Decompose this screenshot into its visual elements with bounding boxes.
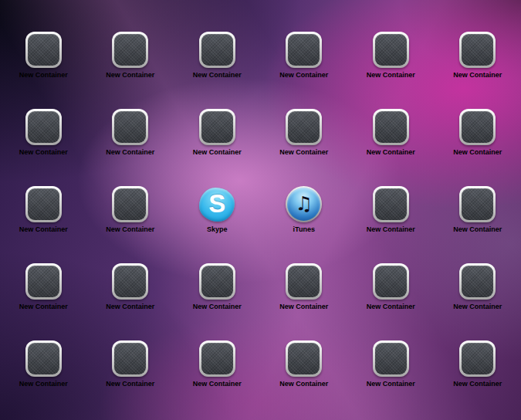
app-cell-new-container[interactable]: New Container: [106, 104, 154, 181]
app-cell-new-container[interactable]: New Container: [19, 259, 68, 336]
container-icon[interactable]: [459, 109, 496, 145]
app-cell-new-container[interactable]: New Container: [19, 104, 68, 181]
container-icon[interactable]: [112, 340, 148, 377]
container-icon[interactable]: [459, 32, 496, 68]
app-cell-new-container[interactable]: New Container: [367, 336, 415, 413]
app-cell-new-container[interactable]: New Container: [106, 259, 154, 336]
app-cell-skype[interactable]: S Skype: [199, 181, 235, 259]
app-cell-new-container[interactable]: New Container: [367, 104, 415, 181]
itunes-icon[interactable]: ♫: [286, 186, 322, 222]
container-tile-rim: [25, 32, 62, 68]
app-cell-new-container[interactable]: New Container: [106, 336, 154, 413]
app-cell-new-container[interactable]: New Container: [19, 27, 68, 104]
container-icon[interactable]: [112, 186, 148, 222]
container-tile-rim: [373, 186, 409, 222]
container-icon[interactable]: [373, 263, 409, 300]
app-label: New Container: [19, 303, 68, 311]
container-icon[interactable]: [459, 186, 496, 222]
container-icon[interactable]: [373, 109, 409, 145]
app-label: New Container: [279, 71, 328, 80]
container-icon[interactable]: [199, 340, 235, 377]
container-tile-texture: [288, 266, 320, 297]
container-icon[interactable]: [459, 340, 496, 377]
app-cell-new-container[interactable]: New Container: [279, 104, 328, 181]
container-tile-rim: [112, 340, 148, 377]
container-icon[interactable]: [25, 32, 62, 68]
app-cell-new-container[interactable]: New Container: [19, 336, 68, 413]
container-tile-texture: [288, 343, 320, 374]
app-label: New Container: [453, 148, 502, 157]
app-label: New Container: [19, 380, 68, 388]
container-tile-texture: [28, 111, 59, 143]
container-tile-rim: [112, 263, 148, 300]
app-label: New Container: [106, 303, 154, 311]
container-tile-rim: [112, 109, 148, 145]
container-icon[interactable]: [199, 109, 235, 145]
app-cell-new-container[interactable]: New Container: [19, 181, 68, 259]
app-cell-new-container[interactable]: New Container: [193, 27, 242, 104]
container-icon[interactable]: [286, 340, 322, 377]
app-cell-itunes[interactable]: ♫ iTunes: [286, 181, 322, 259]
app-cell-new-container[interactable]: New Container: [279, 27, 328, 104]
app-cell-new-container[interactable]: New Container: [279, 259, 328, 336]
app-label: iTunes: [293, 225, 315, 234]
app-cell-new-container[interactable]: New Container: [193, 104, 242, 181]
container-icon[interactable]: [112, 109, 148, 145]
desktop-wallpaper: New Container New Container New Containe…: [0, 0, 521, 420]
container-icon[interactable]: [459, 263, 496, 300]
container-icon[interactable]: [373, 340, 409, 377]
container-tile-texture: [375, 343, 407, 374]
container-icon[interactable]: [373, 32, 409, 68]
container-tile-rim: [199, 263, 235, 300]
container-tile-rim: [459, 109, 496, 145]
app-label: New Container: [279, 380, 328, 388]
app-cell-new-container[interactable]: New Container: [106, 181, 154, 259]
app-label: New Container: [367, 303, 415, 311]
container-tile-texture: [114, 188, 146, 220]
app-label: New Container: [453, 380, 502, 388]
app-cell-new-container[interactable]: New Container: [453, 104, 502, 181]
app-label: New Container: [453, 71, 502, 80]
container-tile-texture: [114, 266, 146, 297]
container-icon[interactable]: [112, 263, 148, 300]
app-cell-new-container[interactable]: New Container: [367, 181, 415, 259]
skype-icon[interactable]: S: [199, 186, 235, 222]
app-cell-new-container[interactable]: New Container: [279, 336, 328, 413]
container-icon[interactable]: [199, 263, 235, 300]
container-tile-rim: [199, 340, 235, 377]
app-cell-new-container[interactable]: New Container: [106, 27, 154, 104]
app-cell-new-container[interactable]: New Container: [453, 336, 502, 413]
container-icon[interactable]: [25, 109, 62, 145]
container-icon[interactable]: [286, 263, 322, 300]
app-label: New Container: [367, 148, 415, 157]
container-tile-texture: [201, 266, 233, 297]
container-icon[interactable]: [286, 109, 322, 145]
app-cell-new-container[interactable]: New Container: [453, 27, 502, 104]
container-tile-rim: [112, 186, 148, 222]
container-tile-texture: [201, 343, 233, 374]
app-label: New Container: [19, 71, 68, 80]
container-tile-rim: [373, 109, 409, 145]
app-label: New Container: [106, 380, 154, 388]
music-note-icon: ♫: [287, 188, 320, 221]
container-tile-texture: [114, 34, 146, 66]
container-icon[interactable]: [25, 263, 62, 300]
app-cell-new-container[interactable]: New Container: [367, 27, 415, 104]
app-cell-new-container[interactable]: New Container: [453, 259, 502, 336]
app-cell-new-container[interactable]: New Container: [367, 259, 415, 336]
container-icon[interactable]: [373, 186, 409, 222]
container-icon[interactable]: [199, 32, 235, 68]
container-tile-texture: [288, 111, 320, 143]
container-icon[interactable]: [25, 340, 62, 377]
container-icon[interactable]: [25, 186, 62, 222]
container-icon[interactable]: [286, 32, 322, 68]
itunes-ring: ♫: [286, 186, 322, 222]
container-tile-texture: [28, 343, 59, 374]
app-cell-new-container[interactable]: New Container: [193, 259, 242, 336]
container-icon[interactable]: [112, 32, 148, 68]
app-label: New Container: [453, 225, 502, 234]
app-cell-new-container[interactable]: New Container: [193, 336, 242, 413]
icon-grid: New Container New Container New Containe…: [0, 27, 521, 413]
app-cell-new-container[interactable]: New Container: [453, 181, 502, 259]
container-tile-texture: [462, 266, 493, 297]
